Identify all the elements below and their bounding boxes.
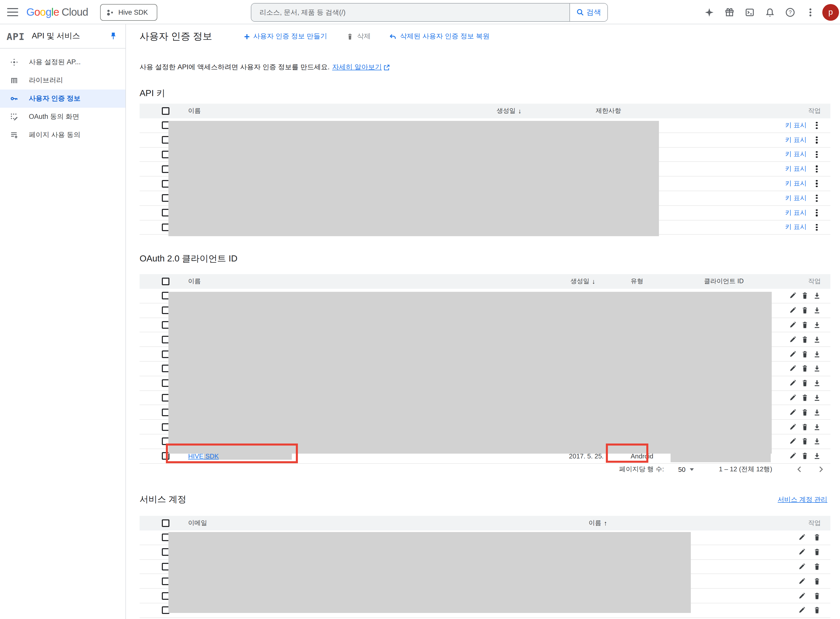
client-name-link[interactable]: HIVE SDK	[188, 452, 219, 460]
next-page-icon[interactable]	[814, 462, 828, 476]
download-icon[interactable]	[813, 379, 821, 387]
delete-icon[interactable]	[813, 577, 821, 585]
delete-icon[interactable]	[801, 379, 809, 387]
select-all-checkbox[interactable]	[162, 107, 169, 115]
download-icon[interactable]	[813, 437, 821, 446]
edit-icon[interactable]	[788, 379, 797, 387]
show-key-link[interactable]: 키 표시	[785, 223, 807, 232]
delete-button[interactable]: 삭제	[347, 32, 371, 41]
download-icon[interactable]	[813, 292, 821, 300]
delete-icon[interactable]	[801, 423, 809, 431]
edit-icon[interactable]	[788, 350, 797, 358]
column-header-email[interactable]: 이메일	[188, 516, 207, 531]
row-menu-icon[interactable]	[813, 209, 821, 217]
show-key-link[interactable]: 키 표시	[785, 150, 807, 159]
edit-icon[interactable]	[788, 321, 797, 329]
delete-icon[interactable]	[813, 548, 821, 556]
search-button[interactable]: 검색	[569, 3, 607, 21]
sidebar-item-enabled-apis[interactable]: 사용 설정된 AP...	[0, 53, 126, 71]
row-menu-icon[interactable]	[813, 121, 821, 130]
sidebar-item-oauth-consent[interactable]: OAuth 동의 화면	[0, 108, 126, 126]
gift-icon[interactable]	[719, 2, 739, 22]
row-menu-icon[interactable]	[813, 151, 821, 158]
download-icon[interactable]	[813, 452, 821, 460]
show-key-link[interactable]: 키 표시	[785, 135, 807, 144]
edit-icon[interactable]	[788, 292, 797, 300]
edit-icon[interactable]	[788, 365, 797, 373]
edit-icon[interactable]	[798, 606, 806, 615]
edit-icon[interactable]	[798, 592, 806, 600]
download-icon[interactable]	[813, 365, 821, 373]
delete-icon[interactable]	[801, 306, 809, 314]
cloud-shell-icon[interactable]	[739, 2, 759, 22]
delete-icon[interactable]	[813, 606, 821, 615]
avatar[interactable]: p	[822, 4, 839, 21]
delete-icon[interactable]	[813, 563, 821, 571]
learn-more-link[interactable]: 자세히 알아보기	[332, 63, 390, 72]
column-header-client-id[interactable]: 클라이언트 ID	[704, 274, 744, 289]
sidebar-item-credentials[interactable]: 사용자 인증 정보	[0, 90, 126, 108]
project-selector[interactable]: Hive SDK	[100, 4, 157, 21]
rows-per-page-select[interactable]: 50	[678, 465, 694, 473]
column-header-name[interactable]: 이름	[188, 104, 201, 118]
edit-icon[interactable]	[788, 394, 797, 402]
edit-icon[interactable]	[798, 534, 806, 542]
edit-icon[interactable]	[788, 336, 797, 344]
delete-icon[interactable]	[801, 452, 809, 460]
column-header-restrictions[interactable]: 제한사항	[596, 104, 621, 118]
download-icon[interactable]	[813, 423, 821, 431]
menu-icon[interactable]	[7, 7, 19, 17]
delete-icon[interactable]	[813, 592, 821, 600]
delete-icon[interactable]	[813, 534, 821, 542]
sidebar-item-library[interactable]: 라이브러리	[0, 71, 126, 90]
create-credentials-button[interactable]: + 사용자 인증 정보 만들기	[244, 31, 327, 41]
select-all-checkbox[interactable]	[162, 519, 169, 527]
edit-icon[interactable]	[788, 306, 797, 314]
delete-icon[interactable]	[801, 365, 809, 373]
delete-icon[interactable]	[801, 336, 809, 344]
edit-icon[interactable]	[788, 423, 797, 431]
edit-icon[interactable]	[798, 577, 806, 585]
edit-icon[interactable]	[788, 437, 797, 446]
edit-icon[interactable]	[798, 548, 806, 556]
sidebar-item-page-usage[interactable]: 페이지 사용 동의	[0, 126, 126, 144]
row-menu-icon[interactable]	[813, 136, 821, 144]
google-cloud-logo[interactable]: Google Cloud	[26, 0, 88, 24]
delete-icon[interactable]	[801, 350, 809, 358]
previous-page-icon[interactable]	[792, 462, 807, 476]
download-icon[interactable]	[813, 394, 821, 402]
edit-icon[interactable]	[798, 563, 806, 571]
delete-icon[interactable]	[801, 321, 809, 329]
help-icon[interactable]: ?	[780, 2, 800, 22]
download-icon[interactable]	[813, 321, 821, 329]
edit-icon[interactable]	[788, 452, 797, 460]
download-icon[interactable]	[813, 306, 821, 314]
edit-icon[interactable]	[788, 408, 797, 416]
row-menu-icon[interactable]	[813, 179, 821, 188]
show-key-link[interactable]: 키 표시	[785, 194, 807, 203]
delete-icon[interactable]	[801, 408, 809, 416]
column-header-type[interactable]: 유형	[631, 274, 643, 289]
more-options-icon[interactable]	[800, 2, 820, 22]
delete-icon[interactable]	[801, 437, 809, 446]
select-all-checkbox[interactable]	[162, 278, 169, 285]
column-header-created[interactable]: 생성일 ↓	[571, 274, 595, 289]
manage-service-accounts-link[interactable]: 서비스 계정 관리	[778, 495, 827, 504]
column-header-created[interactable]: 생성일 ↓	[496, 104, 522, 118]
download-icon[interactable]	[813, 350, 821, 358]
gemini-sparkle-icon[interactable]	[699, 2, 719, 22]
download-icon[interactable]	[813, 336, 821, 344]
notifications-bell-icon[interactable]	[759, 2, 780, 22]
search-input[interactable]	[251, 3, 569, 21]
column-header-name[interactable]: 이름 ↑	[589, 516, 607, 531]
show-key-link[interactable]: 키 표시	[785, 121, 807, 130]
show-key-link[interactable]: 키 표시	[785, 179, 807, 188]
row-menu-icon[interactable]	[813, 223, 821, 231]
download-icon[interactable]	[813, 408, 821, 416]
show-key-link[interactable]: 키 표시	[785, 208, 807, 217]
restore-credentials-button[interactable]: 삭제된 사용자 인증 정보 복원	[389, 32, 490, 41]
show-key-link[interactable]: 키 표시	[785, 164, 807, 174]
column-header-name[interactable]: 이름	[188, 274, 201, 289]
delete-icon[interactable]	[801, 394, 809, 402]
row-menu-icon[interactable]	[813, 194, 821, 202]
